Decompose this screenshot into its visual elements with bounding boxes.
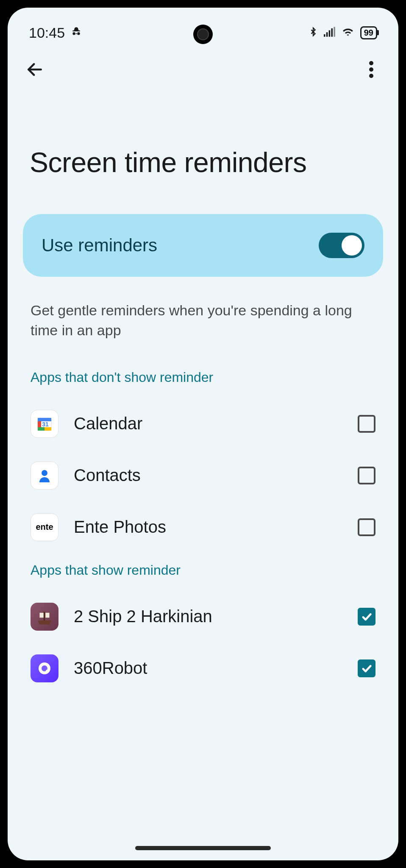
signal-icon <box>324 27 336 39</box>
app-row-robot[interactable]: 360Robot <box>23 643 383 694</box>
svg-point-6 <box>369 61 373 65</box>
app-row-ship[interactable]: 2 Ship 2 Harkinian <box>23 591 383 643</box>
checkbox[interactable] <box>358 659 375 677</box>
more-vertical-icon <box>369 61 373 78</box>
back-arrow-icon <box>25 60 44 79</box>
checkbox[interactable] <box>358 467 375 484</box>
bluetooth-icon <box>309 26 318 39</box>
toggle-switch[interactable] <box>319 233 364 258</box>
app-row-contacts[interactable]: Contacts <box>23 450 383 501</box>
svg-rect-1 <box>326 32 328 37</box>
check-icon <box>361 611 373 623</box>
use-reminders-toggle-card[interactable]: Use reminders <box>23 214 383 277</box>
svg-rect-12 <box>44 427 51 431</box>
wifi-icon <box>342 27 354 39</box>
svg-rect-17 <box>40 612 44 618</box>
svg-rect-4 <box>334 27 335 36</box>
section-header-included: Apps that show reminder <box>23 553 383 591</box>
app-name-label: 2 Ship 2 Harkinian <box>74 607 342 626</box>
svg-point-15 <box>42 470 47 476</box>
camera-notch <box>193 25 213 44</box>
incognito-icon <box>71 26 82 39</box>
check-icon <box>361 662 373 674</box>
section-header-excluded: Apps that don't show reminder <box>23 360 383 398</box>
ship-app-icon <box>31 603 58 631</box>
svg-rect-3 <box>331 28 333 37</box>
svg-rect-11 <box>38 427 44 431</box>
more-options-button[interactable] <box>359 58 383 81</box>
svg-point-7 <box>369 67 373 72</box>
calendar-app-icon: 31 <box>31 410 58 438</box>
app-name-label: 360Robot <box>74 659 342 678</box>
description-text: Get gentle reminders when you're spendin… <box>23 277 383 360</box>
checkbox[interactable] <box>358 518 375 536</box>
checkbox[interactable] <box>358 608 375 626</box>
contacts-app-icon <box>31 462 58 490</box>
app-row-calendar[interactable]: 31 Calendar <box>23 398 383 450</box>
svg-point-21 <box>46 670 48 672</box>
included-apps-list: 2 Ship 2 Harkinian <box>23 591 383 694</box>
svg-rect-18 <box>45 612 49 618</box>
svg-rect-2 <box>328 31 330 37</box>
svg-rect-13 <box>38 421 41 427</box>
page-title: Screen time reminders <box>8 90 398 214</box>
svg-rect-16 <box>44 612 45 620</box>
ente-app-icon: ente <box>31 513 58 541</box>
app-row-ente[interactable]: ente Ente Photos <box>23 501 383 553</box>
navigation-bar-handle[interactable] <box>135 846 271 850</box>
toggle-label: Use reminders <box>42 235 157 256</box>
battery-indicator: 99 <box>360 26 377 39</box>
robot-app-icon <box>31 654 58 682</box>
checkbox[interactable] <box>358 415 375 433</box>
excluded-apps-list: 31 Calendar Contacts <box>23 398 383 553</box>
svg-rect-0 <box>324 34 325 37</box>
back-button[interactable] <box>23 58 47 81</box>
app-name-label: Calendar <box>74 414 342 433</box>
status-time: 10:45 <box>29 25 65 41</box>
app-bar <box>8 46 398 90</box>
app-name-label: Contacts <box>74 466 342 485</box>
app-name-label: Ente Photos <box>74 517 342 537</box>
svg-point-8 <box>369 74 373 78</box>
svg-text:31: 31 <box>42 421 49 428</box>
